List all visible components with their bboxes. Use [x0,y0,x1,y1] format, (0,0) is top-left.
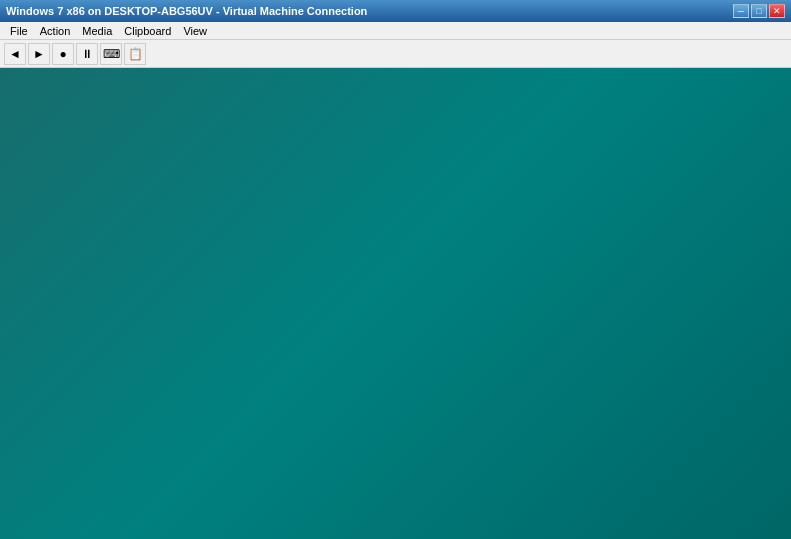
vm-toolbar: ◄ ► ● ⏸ ⌨ 📋 [0,40,791,68]
toolbar-ctrl-alt-del[interactable]: ⌨ [100,43,122,65]
toolbar-forward[interactable]: ► [28,43,50,65]
menu-media[interactable]: Media [76,25,118,37]
toolbar-stop[interactable]: ● [52,43,74,65]
menu-file[interactable]: File [4,25,34,37]
menu-action[interactable]: Action [34,25,77,37]
menu-view[interactable]: View [177,25,213,37]
vm-maximize-btn[interactable]: □ [751,4,767,18]
menu-clipboard[interactable]: Clipboard [118,25,177,37]
vm-window-controls: ─ □ ✕ [733,4,785,18]
vm-title: Windows 7 x86 on DESKTOP-ABG56UV - Virtu… [6,5,367,17]
toolbar-pause[interactable]: ⏸ [76,43,98,65]
vm-minimize-btn[interactable]: ─ [733,4,749,18]
vm-close-btn[interactable]: ✕ [769,4,785,18]
vm-menubar: File Action Media Clipboard View [0,22,791,40]
desktop: Windows 7 x86 on DESKTOP-ABG56UV - Virtu… [0,0,791,539]
toolbar-back[interactable]: ◄ [4,43,26,65]
vm-titlebar: Windows 7 x86 on DESKTOP-ABG56UV - Virtu… [0,0,791,22]
toolbar-clipboard[interactable]: 📋 [124,43,146,65]
